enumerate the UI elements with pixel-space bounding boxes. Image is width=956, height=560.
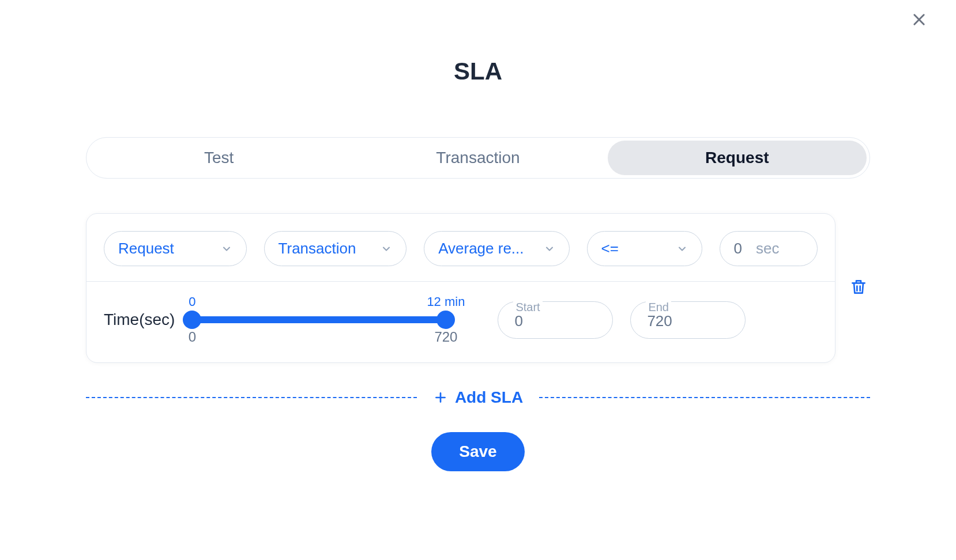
threshold-value: 0 (734, 240, 742, 258)
operator-select-value: <= (601, 240, 619, 258)
threshold-input[interactable]: 0 sec (720, 231, 818, 266)
tab-transaction[interactable]: Transaction (348, 141, 607, 175)
end-input[interactable]: End 720 (630, 301, 746, 339)
metric-select-value: Average re... (438, 240, 524, 258)
add-sla-button[interactable]: Add SLA (428, 386, 528, 409)
entity-select-value: Transaction (278, 240, 356, 258)
scope-select-value: Request (118, 240, 174, 258)
scope-select[interactable]: Request (104, 231, 247, 266)
slider-handle-start[interactable] (183, 311, 201, 329)
slider-bottom-left-label: 0 (189, 329, 196, 345)
tab-test[interactable]: Test (89, 141, 348, 175)
metric-select[interactable]: Average re... (424, 231, 569, 266)
chevron-down-icon (676, 243, 688, 255)
trash-icon (849, 278, 868, 296)
threshold-unit: sec (756, 240, 779, 258)
end-value: 720 (647, 312, 672, 330)
slider-top-left-label: 0 (189, 294, 195, 309)
end-label: End (646, 301, 671, 314)
tab-request[interactable]: Request (608, 141, 867, 175)
save-button[interactable]: Save (431, 432, 524, 471)
start-input[interactable]: Start 0 (498, 301, 613, 339)
sla-config-row: Request Transaction Average re... <= 0 (86, 214, 835, 282)
slider-top-right-label: 12 min (427, 294, 465, 309)
time-slider[interactable]: 0 12 min 0 720 (192, 298, 446, 342)
start-value: 0 (514, 312, 522, 330)
slider-handle-end[interactable] (436, 311, 455, 329)
divider-left (86, 397, 417, 398)
plus-icon (433, 390, 448, 405)
entity-select[interactable]: Transaction (264, 231, 407, 266)
start-label: Start (513, 301, 542, 314)
tab-bar: Test Transaction Request (86, 137, 870, 179)
time-label: Time(sec) (104, 311, 175, 329)
chevron-down-icon (221, 243, 232, 255)
page-title: SLA (12, 58, 944, 85)
divider-right (539, 397, 870, 398)
sla-card: Request Transaction Average re... <= 0 (86, 213, 835, 363)
add-sla-label: Add SLA (455, 388, 523, 407)
slider-bottom-right-label: 720 (434, 329, 457, 345)
chevron-down-icon (381, 243, 392, 255)
close-icon[interactable] (911, 12, 927, 30)
operator-select[interactable]: <= (587, 231, 702, 266)
sla-time-row: Time(sec) 0 12 min 0 720 Start 0 (86, 282, 835, 362)
delete-sla-button[interactable] (847, 275, 870, 301)
chevron-down-icon (544, 243, 555, 255)
slider-track (192, 316, 446, 323)
add-sla-row: Add SLA (86, 386, 870, 409)
